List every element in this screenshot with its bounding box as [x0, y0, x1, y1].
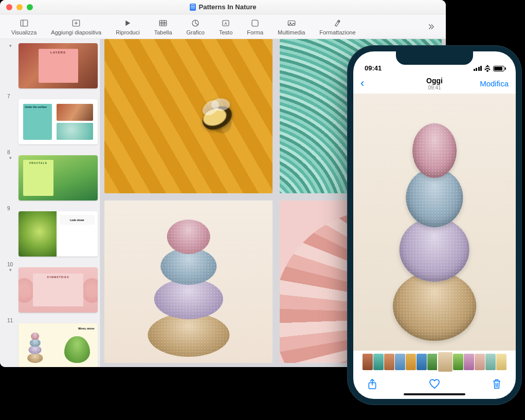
share-button[interactable]: [366, 378, 379, 392]
media-icon: [287, 18, 296, 28]
shape-icon: [250, 18, 260, 28]
status-time: 09:41: [365, 64, 382, 72]
slide-number: 8: [4, 150, 98, 155]
slide-thumb-9[interactable]: ▾ FRACTALS: [4, 155, 98, 200]
table-label: Tabella: [154, 29, 172, 35]
filmstrip-thumb[interactable]: [475, 354, 485, 370]
svg-rect-6: [159, 20, 167, 26]
thumb-fractals[interactable]: FRACTALS: [19, 155, 98, 200]
slide-thumb-8[interactable]: Under the surface: [4, 99, 98, 144]
add-slide-label: Aggiungi diapositiva: [51, 29, 101, 35]
filmstrip-thumb[interactable]: [417, 354, 427, 370]
media-label: Multimedia: [278, 29, 305, 35]
photo-viewer[interactable]: [353, 94, 516, 351]
thumb-look-closer[interactable]: Look closer: [19, 211, 98, 257]
format-button[interactable]: Formattazione: [312, 18, 363, 35]
play-icon: [123, 18, 132, 28]
thumb-mirror[interactable]: Mirror, mirror: [19, 323, 98, 367]
chart-button[interactable]: Grafico: [179, 18, 212, 35]
slide-thumb-10[interactable]: Look closer: [4, 211, 98, 257]
image-sea-urchins[interactable]: [104, 200, 273, 363]
cellular-signal-icon: [474, 66, 482, 71]
filmstrip-thumb[interactable]: [373, 354, 384, 370]
filmstrip-thumb[interactable]: [485, 354, 496, 370]
filmstrip-thumb[interactable]: [464, 354, 474, 370]
back-button[interactable]: ‹: [360, 77, 364, 90]
photo-filmstrip[interactable]: [353, 351, 516, 373]
notch: [396, 51, 473, 65]
svg-marker-5: [126, 20, 131, 26]
format-label: Formattazione: [319, 29, 355, 35]
thumb-title: FRACTALS: [29, 161, 47, 165]
filmstrip-thumb[interactable]: [453, 354, 463, 370]
chevrons-right-icon: [426, 22, 436, 32]
chart-label: Grafico: [187, 29, 205, 35]
photos-nav-bar: ‹ Oggi 09:41 Modifica: [353, 73, 516, 94]
table-button[interactable]: Tabella: [147, 18, 179, 35]
filmstrip-thumb[interactable]: [496, 354, 506, 370]
filmstrip-thumb[interactable]: [395, 354, 405, 370]
filmstrip-thumb[interactable]: [363, 354, 373, 370]
thumb-symmetries[interactable]: SYMMETRIES: [19, 267, 98, 313]
disclosure-triangle-icon[interactable]: ▾: [8, 155, 13, 160]
document-icon: [190, 4, 196, 11]
trash-button[interactable]: [490, 378, 503, 392]
shape-button[interactable]: Forma: [240, 18, 270, 35]
battery-icon: [493, 66, 504, 71]
thumb-layers[interactable]: LAYERS: [19, 43, 98, 88]
iphone-device: 09:41 ‹ Oggi 09:41 Modifica: [347, 45, 522, 405]
filmstrip-thumb[interactable]: [384, 354, 394, 370]
view-button[interactable]: Visualizza: [4, 18, 44, 35]
text-icon: A: [221, 18, 230, 28]
thumb-title: Under the surface: [23, 104, 51, 110]
thumb-title: Mirror, mirror: [78, 327, 95, 330]
add-slide-button[interactable]: Aggiungi diapositiva: [44, 18, 108, 35]
text-label: Testo: [219, 29, 232, 35]
slide-thumb-12[interactable]: Mirror, mirror: [4, 323, 98, 367]
view-icon: [20, 18, 29, 28]
favorite-button[interactable]: [428, 379, 441, 392]
filmstrip-thumb-selected[interactable]: [438, 352, 452, 372]
text-button[interactable]: A Testo: [212, 18, 240, 35]
iphone-screen: 09:41 ‹ Oggi 09:41 Modifica: [353, 51, 516, 399]
chart-icon: [191, 18, 200, 28]
disclosure-triangle-icon[interactable]: ▾: [8, 267, 13, 272]
slide-number: 7: [4, 94, 98, 99]
view-label: Visualizza: [11, 29, 37, 35]
thumb-title: Look closer: [70, 218, 84, 222]
window-title-text: Patterns In Nature: [199, 3, 257, 11]
svg-text:A: A: [225, 21, 227, 26]
disclosure-triangle-icon[interactable]: ▾: [8, 43, 13, 48]
filmstrip-thumb[interactable]: [427, 354, 438, 370]
window-title: Patterns In Nature: [0, 3, 446, 11]
play-label: Riproduci: [116, 29, 139, 35]
toolbar: Visualizza Aggiungi diapositiva Riproduc…: [0, 14, 446, 39]
slide-number: 11: [4, 318, 98, 323]
thumb-under-surface[interactable]: Under the surface: [19, 99, 98, 144]
svg-rect-0: [21, 20, 28, 26]
filmstrip-thumb[interactable]: [406, 354, 416, 370]
svg-point-15: [289, 22, 291, 23]
edit-button[interactable]: Modifica: [480, 79, 509, 88]
format-icon: [333, 18, 342, 28]
home-indicator[interactable]: [404, 393, 465, 395]
wifi-icon: [484, 65, 491, 72]
play-button[interactable]: Riproduci: [108, 18, 147, 35]
media-button[interactable]: Multimedia: [270, 18, 312, 35]
plus-icon: [71, 18, 81, 28]
titlebar: Patterns In Nature: [0, 0, 446, 14]
slide-number: 9: [4, 206, 98, 211]
toolbar-overflow-button[interactable]: [420, 22, 442, 32]
slide-number: 10: [4, 262, 98, 267]
shape-label: Forma: [247, 29, 263, 35]
status-indicators: [474, 65, 505, 72]
table-icon: [158, 18, 168, 28]
image-honeycomb-bee[interactable]: [104, 39, 273, 193]
slide-navigator[interactable]: ▾ LAYERS 7 Under the surface 8 ▾: [0, 39, 100, 367]
slide-thumb-7[interactable]: ▾ LAYERS: [4, 43, 98, 88]
thumb-title: LAYERS: [50, 51, 66, 54]
slide-thumb-11[interactable]: ▾ SYMMETRIES: [4, 267, 98, 313]
thumb-title: SYMMETRIES: [47, 276, 69, 279]
